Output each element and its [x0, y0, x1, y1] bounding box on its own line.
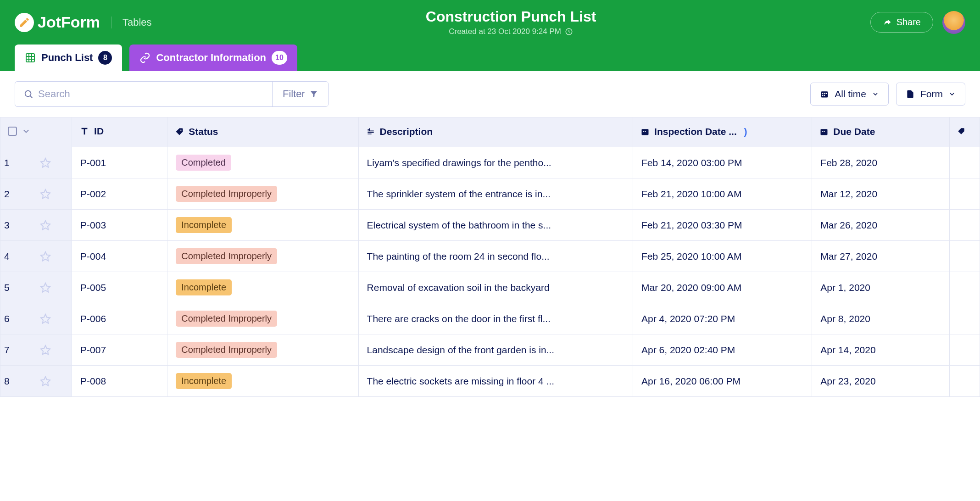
- cell-extra[interactable]: [949, 366, 980, 397]
- cell-id[interactable]: P-004: [72, 241, 167, 272]
- star-cell[interactable]: [36, 241, 72, 272]
- tab-label: Punch List: [41, 52, 93, 64]
- cell-due[interactable]: Feb 28, 2020: [812, 147, 949, 178]
- cell-status[interactable]: Completed Improperly: [167, 334, 358, 366]
- star-cell[interactable]: [36, 147, 72, 178]
- cell-status[interactable]: Completed Improperly: [167, 241, 358, 272]
- cell-due[interactable]: Apr 14, 2020: [812, 334, 949, 366]
- svg-rect-11: [643, 131, 644, 132]
- status-badge: Incomplete: [176, 279, 232, 295]
- cell-extra[interactable]: [949, 210, 980, 241]
- column-header-inspection[interactable]: Inspection Date ... ): [633, 117, 812, 147]
- form-button[interactable]: Form: [896, 83, 965, 106]
- checkbox-icon[interactable]: [8, 127, 17, 136]
- table-row[interactable]: 4P-004Completed ImproperlyThe painting o…: [0, 241, 980, 272]
- chevron-down-icon[interactable]: [22, 127, 31, 136]
- cell-extra[interactable]: [949, 241, 980, 272]
- cell-extra[interactable]: [949, 147, 980, 178]
- column-label: Inspection Date ...: [654, 126, 737, 137]
- cell-description[interactable]: Electrical system of the bathroom in the…: [358, 210, 633, 241]
- cell-description[interactable]: Landscape design of the front garden is …: [358, 334, 633, 366]
- cell-inspection[interactable]: Apr 4, 2020 07:20 PM: [633, 303, 812, 334]
- filter-button[interactable]: Filter: [272, 82, 328, 106]
- cell-status[interactable]: Incomplete: [167, 210, 358, 241]
- chevron-down-icon: [948, 90, 956, 98]
- cell-id[interactable]: P-005: [72, 272, 167, 303]
- data-table: ID Status Description: [0, 117, 980, 397]
- cell-status[interactable]: Incomplete: [167, 272, 358, 303]
- cell-due[interactable]: Mar 27, 2020: [812, 241, 949, 272]
- tab-contractor-info[interactable]: Contractor Information 10: [129, 45, 297, 71]
- cell-due[interactable]: Apr 8, 2020: [812, 303, 949, 334]
- cell-description[interactable]: Removal of excavation soil in the backya…: [358, 272, 633, 303]
- select-all-header[interactable]: [0, 117, 72, 147]
- tab-punch-list[interactable]: Punch List 8: [15, 45, 122, 71]
- search-filter-group: Filter: [15, 81, 329, 107]
- cell-description[interactable]: There are cracks on the door in the firs…: [358, 303, 633, 334]
- page-title[interactable]: Construction Punch List: [163, 8, 859, 25]
- resize-divider-icon[interactable]: ): [741, 126, 747, 137]
- cell-description[interactable]: The sprinkler system of the entrance is …: [358, 178, 633, 210]
- search-input[interactable]: [38, 88, 264, 100]
- table-row[interactable]: 8P-008IncompleteThe electric sockets are…: [0, 366, 980, 397]
- column-header-status[interactable]: Status: [167, 117, 358, 147]
- table-row[interactable]: 7P-007Completed ImproperlyLandscape desi…: [0, 334, 980, 366]
- cell-inspection[interactable]: Feb 21, 2020 10:00 AM: [633, 178, 812, 210]
- cell-inspection[interactable]: Mar 20, 2020 09:00 AM: [633, 272, 812, 303]
- cell-inspection[interactable]: Apr 6, 2020 02:40 PM: [633, 334, 812, 366]
- table-row[interactable]: 2P-002Completed ImproperlyThe sprinkler …: [0, 178, 980, 210]
- cell-status[interactable]: Completed Improperly: [167, 178, 358, 210]
- status-badge: Completed Improperly: [176, 248, 277, 264]
- paragraph-icon: [366, 127, 375, 136]
- cell-extra[interactable]: [949, 178, 980, 210]
- table-row[interactable]: 1P-001CompletedLiyam's specified drawing…: [0, 147, 980, 178]
- row-index: 1: [0, 147, 36, 178]
- cell-status[interactable]: Completed Improperly: [167, 303, 358, 334]
- table-row[interactable]: 3P-003IncompleteElectrical system of the…: [0, 210, 980, 241]
- status-badge: Completed Improperly: [176, 342, 277, 358]
- cell-description[interactable]: Liyam's specified drawings for the penth…: [358, 147, 633, 178]
- star-cell[interactable]: [36, 210, 72, 241]
- avatar[interactable]: [942, 11, 965, 34]
- column-header-extra[interactable]: [949, 117, 980, 147]
- cell-extra[interactable]: [949, 303, 980, 334]
- cell-due[interactable]: Mar 12, 2020: [812, 178, 949, 210]
- star-cell[interactable]: [36, 334, 72, 366]
- cell-id[interactable]: P-003: [72, 210, 167, 241]
- cell-extra[interactable]: [949, 334, 980, 366]
- cell-description[interactable]: The painting of the room 24 in second fl…: [358, 241, 633, 272]
- table-row[interactable]: 5P-005IncompleteRemoval of excavation so…: [0, 272, 980, 303]
- cell-inspection[interactable]: Feb 14, 2020 03:00 PM: [633, 147, 812, 178]
- cell-due[interactable]: Apr 1, 2020: [812, 272, 949, 303]
- column-header-description[interactable]: Description: [358, 117, 633, 147]
- table-row[interactable]: 6P-006Completed ImproperlyThere are crac…: [0, 303, 980, 334]
- cell-due[interactable]: Apr 23, 2020: [812, 366, 949, 397]
- column-header-id[interactable]: ID: [72, 117, 167, 147]
- cell-id[interactable]: P-007: [72, 334, 167, 366]
- cell-inspection[interactable]: Feb 25, 2020 10:00 AM: [633, 241, 812, 272]
- cell-id[interactable]: P-001: [72, 147, 167, 178]
- star-cell[interactable]: [36, 366, 72, 397]
- cell-inspection[interactable]: Feb 21, 2020 03:30 PM: [633, 210, 812, 241]
- cell-status[interactable]: Incomplete: [167, 366, 358, 397]
- star-cell[interactable]: [36, 303, 72, 334]
- cell-id[interactable]: P-006: [72, 303, 167, 334]
- chevron-down-icon: [872, 90, 879, 98]
- cell-id[interactable]: P-002: [72, 178, 167, 210]
- cell-status[interactable]: Completed: [167, 147, 358, 178]
- column-header-due[interactable]: Due Date: [812, 117, 949, 147]
- star-cell[interactable]: [36, 272, 72, 303]
- cell-due[interactable]: Mar 26, 2020: [812, 210, 949, 241]
- cell-id[interactable]: P-008: [72, 366, 167, 397]
- search-input-wrap[interactable]: [15, 82, 272, 106]
- star-outline-icon: [40, 282, 68, 293]
- status-badge: Incomplete: [176, 217, 232, 233]
- cell-extra[interactable]: [949, 272, 980, 303]
- cell-description[interactable]: The electric sockets are missing in floo…: [358, 366, 633, 397]
- brand-logo[interactable]: JotForm: [15, 13, 100, 32]
- cell-inspection[interactable]: Apr 16, 2020 06:00 PM: [633, 366, 812, 397]
- time-filter-button[interactable]: All time: [810, 83, 889, 106]
- svg-rect-12: [645, 131, 646, 132]
- share-button[interactable]: Share: [870, 12, 933, 33]
- star-cell[interactable]: [36, 178, 72, 210]
